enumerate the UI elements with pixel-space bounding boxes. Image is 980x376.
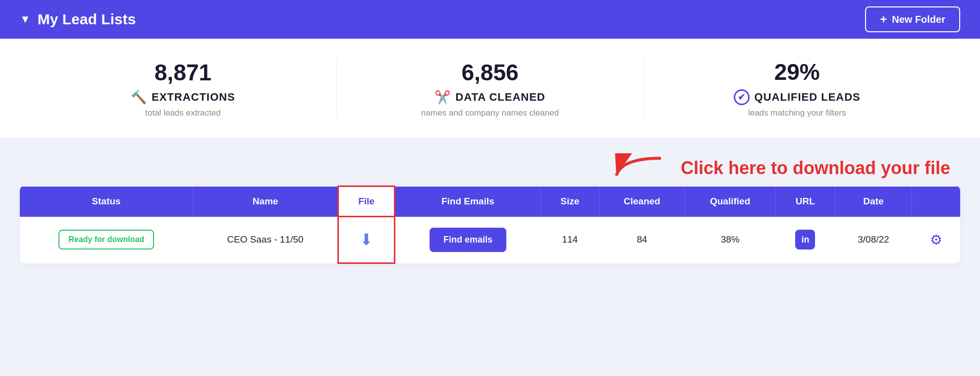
data-cleaned-sub: names and company names cleaned: [337, 108, 644, 118]
annotation-text: Click here to download your file: [681, 158, 950, 179]
extractions-label-row: 🔨 EXTRACTIONS: [30, 90, 336, 105]
name-cell: CEO Saas - 11/50: [193, 217, 338, 263]
gear-cell[interactable]: ⚙: [912, 217, 960, 263]
col-cleaned: Cleaned: [599, 187, 685, 217]
header: ▼ My Lead Lists + New Folder: [0, 0, 980, 39]
col-date: Date: [835, 187, 912, 217]
download-icon[interactable]: ⬇: [360, 231, 373, 249]
stat-extractions: 8,871 🔨 EXTRACTIONS total leads extracte…: [30, 59, 336, 118]
stat-data-cleaned: 6,856 ✂️ DATA CLEANED names and company …: [336, 59, 644, 118]
col-name: Name: [193, 187, 338, 217]
status-badge: Ready for download: [58, 230, 154, 250]
table-row: Ready for download CEO Saas - 11/50 ⬇ Fi…: [20, 217, 960, 263]
table-header-row: Status Name File Find Emails Size Cleane…: [20, 187, 960, 217]
hammer-icon: 🔨: [131, 90, 147, 105]
col-status: Status: [20, 187, 193, 217]
col-file: File: [338, 187, 395, 217]
stat-qualified-leads: 29% ✔ QUALIFIED LEADS leads matching you…: [643, 59, 950, 118]
qualified-leads-number: 29%: [644, 59, 950, 85]
gear-icon[interactable]: ⚙: [930, 232, 942, 248]
table-area: Click here to download your file Status …: [0, 138, 980, 284]
size-cell: 114: [541, 217, 599, 263]
data-cleaned-number: 6,856: [337, 59, 644, 86]
linkedin-icon[interactable]: in: [795, 230, 815, 250]
col-url: URL: [775, 187, 835, 217]
page-title: My Lead Lists: [38, 11, 136, 28]
new-folder-label: New Folder: [892, 14, 945, 25]
data-cleaned-label-row: ✂️ DATA CLEANED: [337, 90, 644, 105]
qualified-leads-sub: leads matching your filters: [644, 108, 950, 118]
col-find-emails: Find Emails: [394, 187, 541, 217]
stats-section: 8,871 🔨 EXTRACTIONS total leads extracte…: [0, 39, 980, 138]
status-cell: Ready for download: [20, 217, 193, 263]
collapse-icon[interactable]: ▼: [20, 13, 31, 26]
qualified-leads-label-row: ✔ QUALIFIED LEADS: [644, 89, 950, 105]
extractions-label: EXTRACTIONS: [152, 91, 235, 104]
url-cell[interactable]: in: [775, 217, 835, 263]
checkmark-circle-icon: ✔: [734, 89, 750, 105]
data-cleaned-label: DATA CLEANED: [455, 91, 545, 104]
extractions-sub: total leads extracted: [30, 108, 336, 118]
col-actions: [912, 187, 960, 217]
qualified-cell: 38%: [685, 217, 775, 263]
annotation-row: Click here to download your file: [20, 153, 960, 183]
scissors-icon: ✂️: [435, 90, 450, 105]
lead-table: Status Name File Find Emails Size Cleane…: [20, 186, 960, 264]
red-arrow-icon: [606, 153, 666, 183]
file-cell[interactable]: ⬇: [338, 217, 395, 263]
plus-icon: +: [880, 12, 887, 26]
find-emails-cell[interactable]: Find emails: [394, 217, 541, 263]
new-folder-button[interactable]: + New Folder: [865, 6, 960, 32]
header-left: ▼ My Lead Lists: [20, 11, 136, 28]
qualified-leads-label: QUALIFIED LEADS: [755, 91, 861, 104]
col-qualified: Qualified: [685, 187, 775, 217]
date-cell: 3/08/22: [835, 217, 912, 263]
col-size: Size: [541, 187, 599, 217]
find-emails-button[interactable]: Find emails: [430, 228, 506, 252]
cleaned-cell: 84: [599, 217, 685, 263]
extractions-number: 8,871: [30, 59, 336, 86]
